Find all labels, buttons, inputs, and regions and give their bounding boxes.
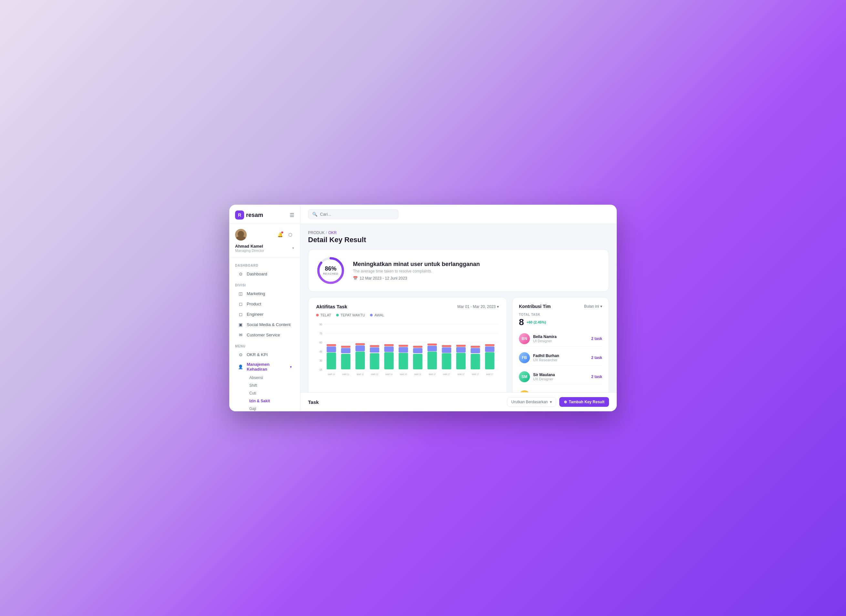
submenu-izin-sakit[interactable]: Izin & Sakit bbox=[247, 397, 294, 405]
main-content: 🔍 PRODUK / OKR Detail Key Result bbox=[300, 205, 617, 411]
calendar-icon: 📅 bbox=[353, 276, 358, 280]
sidebar-item-dashboard[interactable]: ⊙ Dashboard bbox=[235, 268, 294, 279]
breadcrumb-okr[interactable]: OKR bbox=[328, 230, 337, 235]
avatar-initials: FB bbox=[519, 352, 530, 363]
logout-button[interactable]: ⬡ bbox=[286, 231, 294, 239]
svg-rect-24 bbox=[355, 343, 365, 345]
svg-rect-60 bbox=[485, 344, 494, 346]
member-name: Bella Namira bbox=[533, 334, 588, 339]
section-label-menu: MENU bbox=[235, 345, 294, 348]
svg-text:MAR 17: MAR 17 bbox=[486, 373, 494, 376]
svg-rect-26 bbox=[370, 353, 379, 370]
customer-service-icon: ✉ bbox=[238, 332, 244, 338]
hamburger-button[interactable]: ☰ bbox=[289, 212, 294, 218]
svg-text:MAR 15: MAR 15 bbox=[400, 373, 407, 376]
avatar-initials: SM bbox=[519, 371, 530, 382]
section-label-dashboard: DASHBOARD bbox=[235, 264, 294, 267]
member-avatar-bella: BN bbox=[519, 333, 530, 344]
svg-rect-34 bbox=[399, 353, 408, 370]
svg-rect-58 bbox=[485, 352, 494, 370]
submenu-absensi[interactable]: Absensi bbox=[247, 374, 294, 381]
breadcrumb-produk[interactable]: PRODUK bbox=[308, 230, 325, 235]
svg-rect-55 bbox=[471, 348, 480, 353]
sort-dropdown[interactable]: Urutkan Berdasarkan ▾ bbox=[507, 397, 556, 407]
member-info-bella: Bella Namira UI Designer bbox=[533, 334, 588, 343]
svg-rect-30 bbox=[384, 352, 394, 370]
svg-rect-14 bbox=[327, 352, 336, 370]
breadcrumb: PRODUK / OKR bbox=[308, 230, 609, 235]
legend-dot-telat bbox=[316, 314, 319, 317]
add-btn-label: Tambah Key Result bbox=[569, 400, 604, 404]
sidebar-section-divisi: DIVISI ◫ Marketing ◻ Product ◻ Engineer … bbox=[229, 280, 300, 341]
chart-title: Aktifitas Task bbox=[316, 304, 347, 309]
sidebar-item-okr-kpi[interactable]: ⊙ OKR & KPI bbox=[235, 349, 294, 360]
kontribusi-title: Kontribusi Tim bbox=[519, 304, 551, 309]
manajemen-submenu: Absensi Shift Cuti Izin & Sakit Gaji Lap… bbox=[235, 374, 294, 411]
add-key-result-button[interactable]: ⊕ Tambah Key Result bbox=[559, 397, 609, 407]
svg-rect-22 bbox=[355, 352, 365, 370]
total-task-row: 8 +60 (2.45%) bbox=[519, 317, 602, 327]
svg-rect-27 bbox=[370, 348, 379, 352]
period-label: Bulan ini bbox=[584, 304, 599, 309]
two-col-layout: Aktifitas Task Mar 01 - Mar 20, 2023 ▾ T… bbox=[308, 297, 609, 392]
search-box[interactable]: 🔍 bbox=[308, 209, 398, 219]
notification-button[interactable]: 🔔 bbox=[276, 231, 284, 239]
sidebar-item-label: Customer Service bbox=[247, 333, 280, 337]
sidebar-item-manajemen-kehadiran[interactable]: 👤 Manajemen Kehadiran ▾ bbox=[235, 360, 294, 374]
chart-legend: TELAT TEPAT WAKTU AWAL bbox=[316, 313, 499, 317]
search-input[interactable] bbox=[320, 212, 394, 217]
page-header: PRODUK / OKR Detail Key Result bbox=[308, 230, 609, 244]
sidebar-item-label: Marketing bbox=[247, 291, 265, 296]
svg-text:MAR 10: MAR 10 bbox=[328, 373, 335, 376]
team-member: BN Bella Namira UI Designer 2 task bbox=[519, 331, 602, 346]
svg-rect-43 bbox=[427, 346, 437, 351]
legend-telat: TELAT bbox=[316, 313, 331, 317]
member-avatar-fadhil: FB bbox=[519, 352, 530, 363]
task-section-title: Task bbox=[308, 399, 319, 405]
svg-rect-59 bbox=[485, 346, 494, 352]
chart-svg: 90 75 60 45 30 15 bbox=[316, 321, 499, 386]
member-info-sir: Sir Maulana UX Designer bbox=[533, 373, 588, 381]
member-avatar-sir: SM bbox=[519, 371, 530, 382]
sidebar-item-product[interactable]: ◻ Product bbox=[235, 299, 294, 309]
member-task-count: 2 task bbox=[591, 374, 602, 379]
member-info-fadhil: Fadhil Burhan UX Researcher bbox=[533, 353, 588, 362]
progress-ring: 86% REACHED bbox=[316, 256, 345, 285]
submenu-shift[interactable]: Shift bbox=[247, 381, 294, 389]
avatar-initials: BN bbox=[519, 333, 530, 344]
svg-rect-19 bbox=[341, 348, 350, 353]
social-media-icon: ▣ bbox=[238, 321, 244, 327]
sidebar-section-menu: MENU ⊙ OKR & KPI 👤 Manajemen Kehadiran ▾… bbox=[229, 341, 300, 411]
sidebar-item-engineer[interactable]: ◻ Engineer bbox=[235, 309, 294, 319]
sidebar-item-marketing[interactable]: ◫ Marketing bbox=[235, 288, 294, 299]
svg-text:MAR 17: MAR 17 bbox=[472, 373, 479, 376]
avatar bbox=[235, 229, 247, 241]
svg-rect-32 bbox=[384, 344, 394, 346]
sidebar-item-customer-service[interactable]: ✉ Customer Service bbox=[235, 330, 294, 340]
svg-rect-18 bbox=[341, 354, 350, 370]
kr-card: 86% REACHED Meningkatkan minat user untu… bbox=[308, 249, 609, 292]
bottom-actions: Urutkan Berdasarkan ▾ ⊕ Tambah Key Resul… bbox=[507, 397, 609, 407]
chart-range-text: Mar 01 - Mar 20, 2023 bbox=[457, 304, 496, 309]
period-select[interactable]: Bulan ini ▾ bbox=[584, 304, 602, 309]
manajemen-icon: 👤 bbox=[238, 364, 244, 370]
svg-rect-36 bbox=[399, 345, 408, 347]
kr-date: 📅 12 Mar 2023 - 12 Juni 2023 bbox=[353, 276, 601, 280]
chart-range-selector[interactable]: Mar 01 - Mar 20, 2023 ▾ bbox=[457, 304, 499, 309]
svg-rect-39 bbox=[413, 348, 422, 353]
sidebar: R resam ☰ 🔔 ⬡ Ahmad Kam bbox=[229, 205, 300, 411]
svg-text:MAR 17: MAR 17 bbox=[443, 373, 450, 376]
product-icon: ◻ bbox=[238, 301, 244, 307]
submenu-gaji[interactable]: Gaji bbox=[247, 405, 294, 411]
sidebar-item-label: Social Media & Content bbox=[247, 322, 291, 327]
submenu-cuti[interactable]: Cuti bbox=[247, 389, 294, 397]
user-name: Ahmad Kamel bbox=[235, 244, 264, 249]
kr-subtitle: The average time taken to resolve compla… bbox=[353, 269, 601, 273]
section-label-divisi: DIVISI bbox=[235, 283, 294, 287]
progress-label: REACHED bbox=[323, 272, 338, 276]
okr-kpi-icon: ⊙ bbox=[238, 352, 244, 357]
svg-text:75: 75 bbox=[319, 331, 322, 335]
user-chevron-icon[interactable]: ▾ bbox=[292, 246, 294, 250]
sidebar-item-social-media[interactable]: ▣ Social Media & Content bbox=[235, 319, 294, 330]
svg-rect-16 bbox=[327, 344, 336, 346]
